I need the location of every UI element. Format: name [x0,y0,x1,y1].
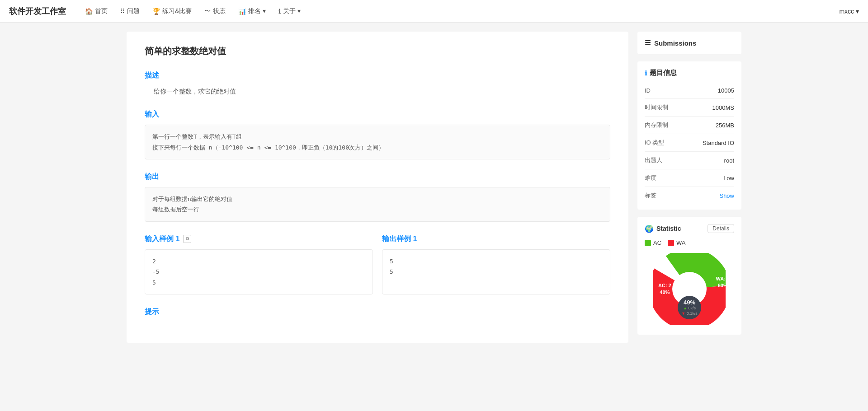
id-label: ID [645,87,651,94]
sample-output-title: 输出样例 1 [382,234,610,244]
describe-body: 给你一个整数，求它的绝对值 [145,86,610,97]
list-icon: ☰ [645,39,651,47]
sample-input-block: 输入样例 1 ⧉ 2 -5 5 [145,234,373,294]
output-body: 对于每组数据n输出它的绝对值 每组数据后空一行 [145,187,610,222]
nav-contests-label: 练习&比赛 [162,7,192,15]
home-icon: 🏠 [85,8,93,15]
input-body: 第一行一个整数T，表示输入有T组 接下来每行一个数据 n（-10^100 <= … [145,125,610,159]
nav-status-label: 状态 [213,7,226,15]
user-menu[interactable]: mxcc ▾ [839,8,859,15]
input-line2: 接下来每行一个数据 n（-10^100 <= n <= 10^100，即正负（1… [152,142,603,153]
section-output: 输出 对于每组数据n输出它的绝对值 每组数据后空一行 [145,172,610,222]
sample-output-line1: 5 [390,256,603,266]
sample-output-block: 输出样例 1 5 5 [382,234,610,294]
divider [645,134,734,134]
author-value: root [724,157,734,164]
output-line2: 每组数据后空一行 [152,204,603,215]
stat-label: Statistic [656,225,681,232]
output-title: 输出 [145,172,610,182]
nav-ranking[interactable]: 📊 排名 ▾ [233,0,271,23]
divider [645,187,734,187]
submissions-card: ☰ Submissions [637,32,741,54]
nav-home[interactable]: 🏠 首页 [80,0,113,23]
planet-icon: 🌍 [645,224,654,233]
io-value: Standard IO [703,140,734,146]
hint-title: 提示 [145,307,610,317]
pie-sub: ▲ 0k/s ▼ 0.1k/s [681,306,697,316]
input-title: 输入 [145,110,610,119]
info-label: 题目信息 [650,69,677,77]
section-input: 输入 第一行一个整数T，表示输入有T组 接下来每行一个数据 n（-10^100 … [145,110,610,159]
divider [645,98,734,99]
details-button[interactable]: Details [708,224,734,233]
nav-home-label: 首页 [95,7,108,15]
info-row-id: ID 10005 [645,84,734,97]
difficulty-value: Low [723,175,734,182]
brand: 软件开发工作室 [9,6,66,17]
wa-legend-label: WA [676,239,685,246]
sample-input-line2: -5 [152,266,365,277]
divider [645,169,734,169]
ac-dot [645,240,651,246]
page-container: 简单的求整数绝对值 描述 给你一个整数，求它的绝对值 输入 第一行一个整数T，表… [118,32,750,343]
time-value: 1000MS [712,104,734,111]
input-line1: 第一行一个整数T，表示输入有T组 [152,131,603,142]
pie-center-badge: 49% ▲ 0k/s ▼ 0.1k/s [678,296,701,319]
sample-output-line2: 5 [390,266,603,277]
legend: AC WA [645,239,734,246]
problem-info-card: ℹ 题目信息 ID 10005 时间限制 1000MS 内存限制 256MB [637,61,741,210]
pie-percent: 49% [684,299,695,306]
status-icon: 〜 [204,7,211,15]
stat-title: 🌍 Statistic [645,224,681,233]
samples-row: 输入样例 1 ⧉ 2 -5 5 输出样例 1 5 5 [145,234,610,294]
nav-about-label: 关于 ▾ [283,7,301,15]
copy-icon[interactable]: ⧉ [183,235,191,243]
username: mxcc ▾ [839,8,859,15]
sidebar: ☰ Submissions ℹ 题目信息 ID 10005 时间限制 1000M… [637,32,741,343]
nav-items: 🏠 首页 ⠿ 问题 🏆 练习&比赛 〜 状态 📊 排名 ▾ ℹ 关于 ▾ [80,0,839,23]
author-label: 出题人 [645,156,662,164]
memory-value: 256MB [716,122,734,129]
nav-problems[interactable]: ⠿ 问题 [115,0,145,23]
info-row-memory: 内存限制 256MB [645,118,734,132]
sample-output-content: 5 5 [382,249,610,294]
sample-input-line3: 5 [152,277,365,288]
arrow-up-icon: ▲ [683,306,687,310]
info-row-difficulty: 难度 Low [645,171,734,185]
stat-header: 🌍 Statistic Details [645,224,734,233]
contests-icon: 🏆 [152,8,160,15]
info-circle-icon: ℹ [645,70,647,77]
ac-chart-label: AC: 2 40% [658,282,671,296]
sample-input-title: 输入样例 1 ⧉ [145,234,373,244]
tags-value[interactable]: Show [719,192,734,199]
memory-label: 内存限制 [645,121,668,129]
describe-title: 描述 [145,71,610,80]
divider [645,151,734,152]
nav-about[interactable]: ℹ 关于 ▾ [273,0,306,23]
output-line1: 对于每组数据n输出它的绝对值 [152,194,603,204]
sample-input-line1: 2 [152,256,365,266]
info-header: ℹ 题目信息 [645,69,734,77]
wa-dot [668,240,674,246]
arrow-down-icon: ▼ [681,311,685,316]
info-row-author: 出题人 root [645,154,734,167]
submissions-header: ☰ Submissions [645,39,734,47]
about-icon: ℹ [278,8,281,15]
tags-label: 标签 [645,191,656,200]
legend-ac: AC [645,239,661,246]
problem-title: 简单的求整数绝对值 [145,45,610,57]
section-hint: 提示 [145,307,610,317]
ranking-icon: 📊 [238,8,246,15]
sample-input-content: 2 -5 5 [145,249,373,294]
info-row-io: IO 类型 Standard IO [645,136,734,149]
ac-legend-label: AC [653,239,661,246]
info-row-tags: 标签 Show [645,189,734,202]
problems-icon: ⠿ [120,8,125,15]
wa-chart-label: WA: 3 60% [716,276,730,290]
nav-ranking-label: 排名 ▾ [248,7,266,15]
nav-status[interactable]: 〜 状态 [199,0,231,23]
time-label: 时间限制 [645,103,668,112]
nav-contests[interactable]: 🏆 练习&比赛 [147,0,197,23]
statistic-card: 🌍 Statistic Details AC WA [637,217,741,335]
section-describe: 描述 给你一个整数，求它的绝对值 [145,71,610,97]
